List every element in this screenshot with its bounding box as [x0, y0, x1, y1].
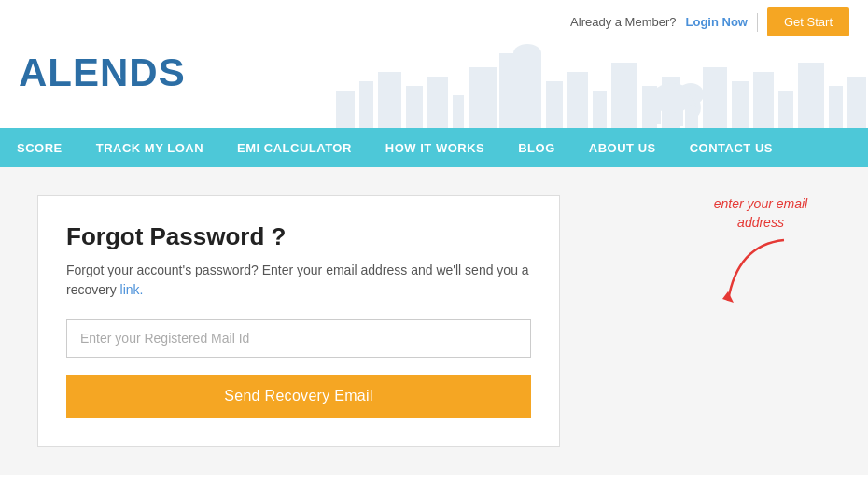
form-description: Forgot your account's password? Enter yo…	[66, 261, 531, 300]
svg-rect-27	[665, 109, 672, 126]
svg-rect-5	[453, 95, 464, 128]
form-title: Forgot Password ?	[66, 222, 531, 251]
svg-rect-19	[753, 72, 774, 128]
svg-rect-20	[778, 91, 793, 128]
logo-part2: LENDS	[48, 50, 185, 94]
navbar: SCORE TRACK MY LOAN EMI CALCULATOR HOW I…	[0, 128, 868, 167]
forgot-password-card: Forgot Password ? Forgot your account's …	[37, 195, 560, 447]
nav-item-contact-us[interactable]: CONTACT US	[673, 128, 790, 167]
nav-item-blog[interactable]: BLOG	[501, 128, 572, 167]
annotation-arrow	[709, 235, 812, 310]
nav-item-how-it-works[interactable]: HOW IT WORKS	[369, 128, 501, 167]
annotation-text: enter your email address	[709, 195, 812, 232]
svg-rect-10	[546, 81, 563, 128]
svg-rect-0	[336, 91, 355, 128]
svg-rect-17	[703, 67, 727, 128]
svg-rect-11	[567, 72, 588, 128]
hero-section: ALENDS	[0, 44, 868, 128]
svg-rect-22	[829, 86, 843, 128]
svg-rect-3	[406, 86, 423, 128]
svg-rect-4	[427, 77, 448, 128]
svg-rect-12	[593, 91, 607, 128]
already-member-text: Already a Member?	[570, 15, 676, 29]
svg-rect-1	[359, 81, 373, 128]
logo-part1: A	[19, 50, 48, 94]
nav-item-score[interactable]: SCORE	[0, 128, 79, 167]
nav-item-emi-calculator[interactable]: EMI CALCULATOR	[220, 128, 369, 167]
svg-rect-26	[653, 107, 661, 124]
svg-marker-30	[722, 291, 734, 303]
svg-rect-18	[732, 81, 749, 128]
svg-rect-13	[611, 63, 637, 128]
login-link[interactable]: Login Now	[686, 15, 748, 29]
svg-rect-6	[469, 67, 497, 128]
svg-rect-21	[798, 63, 824, 128]
svg-rect-2	[378, 72, 401, 128]
main-content: Forgot Password ? Forgot your account's …	[0, 167, 868, 475]
nav-item-about-us[interactable]: ABOUT US	[572, 128, 673, 167]
city-silhouette	[327, 44, 868, 128]
top-bar: Already a Member? Login Now Get Start	[0, 0, 868, 44]
svg-rect-9	[513, 53, 541, 128]
nav-item-track-loan[interactable]: TRACK MY LOAN	[79, 128, 220, 167]
annotation: enter your email address	[709, 195, 812, 314]
svg-rect-28	[676, 109, 683, 126]
logo: ALENDS	[19, 53, 186, 92]
divider	[757, 13, 758, 32]
recovery-link[interactable]: link.	[120, 282, 144, 297]
get-started-button[interactable]: Get Start	[767, 7, 849, 36]
email-input[interactable]	[66, 319, 531, 358]
send-recovery-button[interactable]: Send Recovery Email	[66, 375, 531, 418]
svg-rect-23	[847, 77, 866, 128]
